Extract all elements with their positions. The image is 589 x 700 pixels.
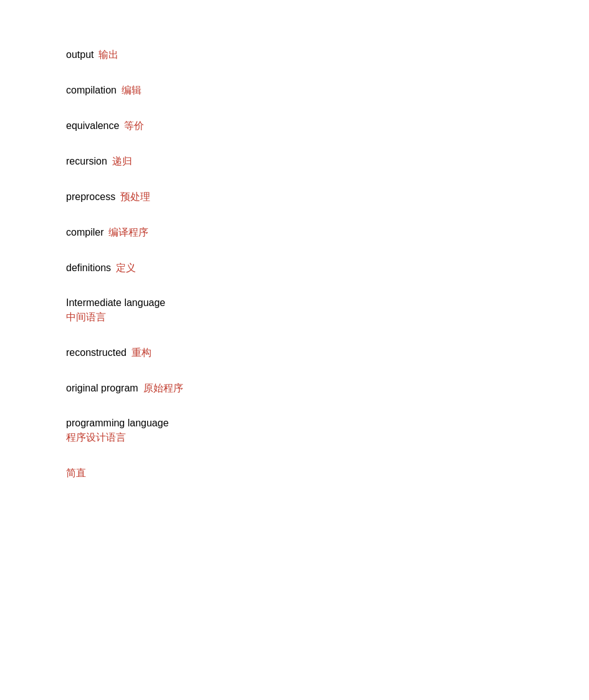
english-term: reconstructed <box>66 347 127 358</box>
list-item: preprocess 预处理 <box>66 180 523 215</box>
english-term: compilation <box>66 85 117 96</box>
list-item: equivalence 等价 <box>66 108 523 144</box>
list-item: reconstructed 重构 <box>66 335 523 371</box>
english-term: programming language <box>66 418 169 429</box>
list-item: recursion 递归 <box>66 144 523 180</box>
chinese-translation: 等价 <box>124 120 144 133</box>
list-item: definitions 定义 <box>66 251 523 286</box>
english-term: preprocess <box>66 191 115 203</box>
list-item: original program 原始程序 <box>66 371 523 406</box>
chinese-translation: 重构 <box>132 347 151 360</box>
vocabulary-list: output 输出 compilation 编辑 equivalence 等价 … <box>66 37 523 491</box>
list-item: 简直 <box>66 456 523 491</box>
english-term: equivalence <box>66 120 119 132</box>
chinese-term-standalone: 简直 <box>66 467 86 480</box>
chinese-translation: 程序设计语言 <box>66 431 126 444</box>
english-term: Intermediate language <box>66 297 165 309</box>
list-item: Intermediate language 中间语言 <box>66 286 523 335</box>
english-term: definitions <box>66 262 111 274</box>
english-term: compiler <box>66 227 103 238</box>
chinese-translation: 预处理 <box>120 191 150 204</box>
chinese-translation: 定义 <box>116 262 136 275</box>
list-item: programming language 程序设计语言 <box>66 406 523 456</box>
english-term: original program <box>66 383 138 394</box>
list-item: compilation 编辑 <box>66 73 523 108</box>
chinese-translation: 编译程序 <box>108 226 148 239</box>
chinese-translation: 递归 <box>112 155 132 168</box>
english-term: recursion <box>66 156 107 167</box>
chinese-translation: 输出 <box>98 49 118 62</box>
english-term: output <box>66 49 93 60</box>
chinese-translation: 原始程序 <box>143 382 183 395</box>
list-item: compiler 编译程序 <box>66 215 523 251</box>
list-item: output 输出 <box>66 37 523 73</box>
chinese-translation: 中间语言 <box>66 311 106 324</box>
chinese-translation: 编辑 <box>122 84 141 97</box>
